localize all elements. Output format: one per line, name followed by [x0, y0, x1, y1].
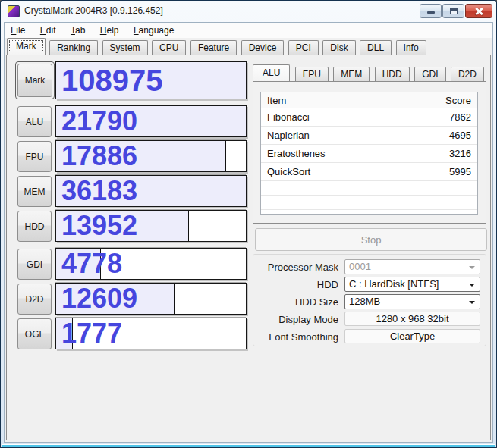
- row-item: Eratosthenes: [267, 145, 326, 163]
- fpu-score-display: 17886: [55, 140, 247, 172]
- menu-language[interactable]: Language: [128, 23, 179, 37]
- display-mode-label: Display Mode: [257, 314, 344, 325]
- hdd-size-label: HDD Size: [257, 296, 344, 308]
- row-item: Fibonacci: [267, 108, 310, 127]
- tab-device[interactable]: Device: [241, 40, 285, 55]
- ogl-score-display: 1777: [55, 318, 247, 349]
- row-score: 5995: [449, 163, 471, 181]
- gdi-score-display: 4778: [55, 248, 247, 280]
- run-fpu-button[interactable]: FPU: [17, 141, 52, 172]
- hdd-label: HDD: [257, 279, 344, 290]
- menu-tab[interactable]: Tab: [65, 23, 90, 37]
- menubar: File Edit Tab Help Language: [5, 23, 492, 38]
- minimize-icon: [427, 11, 435, 14]
- table-row: Fibonacci 7862: [261, 108, 477, 127]
- tab-info[interactable]: Info: [396, 40, 426, 55]
- detail-tab-mem[interactable]: MEM: [333, 67, 370, 81]
- tab-system[interactable]: System: [102, 40, 148, 55]
- table-header: Item Score: [261, 92, 477, 108]
- client-area: File Edit Tab Help Language Mark Ranking…: [4, 22, 493, 443]
- row-item: QuickSort: [267, 163, 310, 181]
- titlebar[interactable]: CrystalMark 2004R3 [0.9.126.452]: [1, 1, 496, 22]
- hdd-size-combobox[interactable]: 128MB: [344, 294, 480, 309]
- detail-tab-alu[interactable]: ALU: [253, 64, 290, 81]
- row-score: 3216: [449, 145, 471, 163]
- run-mark-button[interactable]: Mark: [17, 64, 52, 97]
- maximize-icon: [450, 8, 458, 14]
- mark-score-value: 108975: [61, 62, 162, 99]
- mark-score-display: 108975: [55, 61, 247, 99]
- d2d-score-display: 12609: [55, 283, 247, 315]
- tab-disk[interactable]: Disk: [322, 40, 355, 55]
- tab-ranking[interactable]: Ranking: [49, 40, 98, 55]
- menu-edit[interactable]: Edit: [35, 23, 61, 37]
- window-title: CrystalMark 2004R3 [0.9.126.452]: [24, 5, 163, 16]
- detail-tab-gdi[interactable]: GDI: [414, 67, 445, 81]
- table-row-empty: [261, 181, 477, 196]
- header-score: Score: [445, 92, 471, 108]
- run-alu-button[interactable]: ALU: [17, 106, 52, 137]
- row-score: 4695: [449, 127, 471, 145]
- ogl-score-value: 1777: [61, 318, 122, 349]
- row-score: 7862: [449, 108, 471, 127]
- detail-tab-d2d[interactable]: D2D: [451, 67, 484, 81]
- d2d-score-value: 12609: [61, 284, 137, 314]
- app-icon: [8, 5, 20, 17]
- alu-score-value: 21790: [61, 106, 137, 136]
- mem-score-display: 36183: [55, 175, 247, 207]
- tab-pci[interactable]: PCI: [288, 40, 319, 55]
- menu-help[interactable]: Help: [95, 23, 124, 37]
- table-row: Napierian 4695: [261, 127, 477, 145]
- gdi-score-value: 4778: [61, 249, 122, 279]
- tab-dll[interactable]: DLL: [360, 40, 392, 55]
- app-window: CrystalMark 2004R3 [0.9.126.452] File Ed…: [0, 0, 497, 448]
- table-row: Eratosthenes 3216: [261, 145, 477, 163]
- maximize-button[interactable]: [442, 4, 464, 18]
- hdd-combobox[interactable]: C : HardDisk [NTFS]: [344, 277, 480, 292]
- table-row-empty: [261, 196, 477, 210]
- run-d2d-button[interactable]: D2D: [17, 284, 52, 315]
- detail-tab-body: Item Score Fibonacci 7862 Napierian 4695…: [253, 81, 486, 224]
- close-icon: [474, 7, 483, 16]
- row-item: Napierian: [267, 127, 310, 145]
- detail-tabstrip: ALU FPU MEM HDD GDI D2D OGL: [253, 64, 490, 81]
- tab-cpu[interactable]: CPU: [152, 40, 186, 55]
- run-mem-button[interactable]: MEM: [17, 176, 52, 207]
- alu-score-display: 21790: [55, 105, 247, 137]
- display-mode-value: 1280 x 968 32bit: [344, 312, 480, 326]
- stop-button[interactable]: Stop: [255, 228, 487, 251]
- tab-feature[interactable]: Feature: [190, 40, 237, 55]
- hdd-size-value: 128MB: [349, 296, 380, 307]
- hdd-score-value: 13952: [61, 211, 137, 241]
- chevron-down-icon: [469, 301, 475, 304]
- window-frame-accent: [2, 444, 495, 447]
- close-button[interactable]: [465, 4, 492, 18]
- processor-mask-value: 0001: [349, 261, 371, 272]
- run-hdd-button[interactable]: HDD: [17, 211, 52, 242]
- chevron-down-icon: [469, 266, 475, 269]
- hdd-value: C : HardDisk [NTFS]: [349, 278, 439, 290]
- run-gdi-button[interactable]: GDI: [17, 249, 52, 280]
- mark-tab-page: Mark 108975 ALU 21790 FPU 17886 MEM 3618…: [6, 55, 491, 440]
- hdd-score-display: 13952: [55, 210, 247, 242]
- menu-file[interactable]: File: [5, 23, 30, 37]
- detail-tab-hdd[interactable]: HDD: [375, 67, 410, 81]
- chevron-down-icon: [469, 284, 475, 287]
- result-table: Item Score Fibonacci 7862 Napierian 4695…: [260, 92, 478, 215]
- run-ogl-button[interactable]: OGL: [17, 318, 52, 349]
- header-item: Item: [267, 92, 286, 108]
- options-groupbox: Processor Mask 0001 HDD C : HardDisk [NT…: [253, 254, 486, 346]
- fpu-score-value: 17886: [61, 141, 137, 171]
- table-row: QuickSort 5995: [261, 163, 477, 181]
- processor-mask-label: Processor Mask: [257, 262, 344, 273]
- font-smoothing-label: Font Smoothing: [257, 331, 344, 343]
- font-smoothing-value: ClearType: [344, 329, 480, 343]
- processor-mask-combobox[interactable]: 0001: [344, 259, 480, 274]
- main-tabstrip: Mark Ranking System CPU Feature Device P…: [5, 38, 492, 55]
- table-row-empty: [261, 210, 477, 215]
- detail-tab-fpu[interactable]: FPU: [295, 67, 329, 81]
- mark-button-ring: Mark: [15, 61, 55, 99]
- minimize-button[interactable]: [420, 4, 442, 18]
- tab-mark[interactable]: Mark: [7, 38, 46, 55]
- mem-score-value: 36183: [61, 176, 137, 206]
